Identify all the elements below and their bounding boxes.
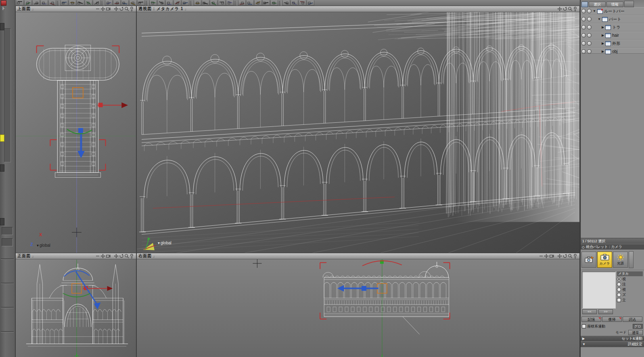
tab-info[interactable]: 情報: [606, 2, 623, 7]
toolbar-icon[interactable]: [129, 0, 137, 6]
toolbar-icon[interactable]: [202, 0, 209, 6]
visibility-toggle[interactable]: [581, 41, 586, 46]
toolbar-icon[interactable]: [238, 0, 246, 6]
camera-list[interactable]: [582, 271, 616, 309]
radio-icon[interactable]: [617, 293, 621, 297]
viewport-perspective-titlebar[interactable]: 透視図 : メタカメラ 1 」: [137, 6, 579, 12]
orbit-icon[interactable]: [562, 254, 567, 259]
camera-option-radio[interactable]: 注: [617, 282, 643, 287]
toolbar-icon[interactable]: [157, 0, 165, 6]
tree-item[interactable]: ▶ 外形: [581, 40, 644, 48]
palette-tool-partial[interactable]: [629, 251, 634, 268]
left-toolbar-slot[interactable]: [2, 238, 13, 246]
expander-icon[interactable]: ▶: [602, 50, 604, 53]
viewport-top-titlebar[interactable]: 上面図 」: [16, 6, 136, 12]
visibility-toggle[interactable]: [581, 25, 586, 29]
render-toggle[interactable]: [587, 17, 592, 21]
camera-option-radio[interactable]: 視: [617, 287, 643, 292]
toolbar-icon[interactable]: [121, 0, 129, 6]
orbit-icon[interactable]: [562, 6, 567, 12]
mode-normal-button[interactable]: 通常: [628, 330, 643, 335]
light-palette-button[interactable]: 光源: [613, 252, 628, 268]
browser-empty-area[interactable]: [581, 54, 644, 238]
render-toggle[interactable]: [587, 25, 592, 29]
toolbar-icon[interactable]: [48, 0, 56, 6]
checkbox-icon[interactable]: [617, 298, 621, 302]
section-detail-settings[interactable]: ▼ 詳細設定: [581, 341, 644, 347]
options-icon[interactable]: [129, 254, 134, 259]
expander-icon[interactable]: ▼: [598, 17, 601, 21]
zoom-icon[interactable]: [124, 254, 129, 259]
camview-icon[interactable]: [549, 254, 554, 259]
camera-tool-button[interactable]: [581, 252, 596, 268]
render-toggle[interactable]: [587, 41, 592, 46]
toolbar-icon[interactable]: [137, 0, 145, 6]
left-edge-tab-selected[interactable]: [0, 134, 4, 142]
render-toggle[interactable]: [587, 49, 592, 54]
viewport-top-canvas[interactable]: X Z ▾ global: [16, 12, 136, 253]
pan-icon[interactable]: [113, 6, 119, 12]
toolbar-icon[interactable]: [85, 0, 92, 6]
minimize-icon[interactable]: [95, 6, 100, 12]
render-toggle[interactable]: [587, 9, 592, 13]
global-button[interactable]: グロ: [633, 324, 643, 329]
visibility-toggle[interactable]: [581, 17, 586, 21]
toolbar-icon[interactable]: [113, 0, 121, 6]
memory-recall-button[interactable]: 復帰: [602, 317, 622, 322]
expander-icon[interactable]: ▶: [602, 42, 604, 45]
camview-icon[interactable]: [105, 254, 111, 259]
viewport-right-titlebar[interactable]: 右面図 」: [137, 253, 579, 259]
options-icon[interactable]: [573, 6, 578, 12]
toolbar-icon[interactable]: [262, 0, 270, 6]
toolbar-icon[interactable]: [32, 0, 40, 6]
move-icon[interactable]: [544, 254, 549, 259]
coordinate-mode-selector[interactable]: ▾ global: [158, 241, 171, 245]
camera-palette-button[interactable]: カメラ: [597, 252, 612, 268]
toolbar-icon[interactable]: [16, 0, 24, 6]
toolbar-icon[interactable]: [226, 0, 234, 6]
toolbar-icon[interactable]: [24, 0, 32, 6]
toolbar-icon[interactable]: [182, 0, 189, 6]
radio-icon[interactable]: [617, 282, 621, 286]
left-scroll-channel[interactable]: [4, 28, 11, 162]
camview-icon[interactable]: [105, 6, 111, 12]
toolbar-icon[interactable]: [40, 0, 48, 6]
toolbar-icon[interactable]: [174, 0, 181, 6]
tab-select[interactable]: 選択: [589, 2, 606, 7]
zoom-icon[interactable]: [567, 6, 573, 12]
viewport-front-titlebar[interactable]: 正面図 」: [16, 253, 136, 259]
toolbar-icon[interactable]: [210, 0, 217, 6]
options-icon[interactable]: [129, 6, 134, 12]
radio-icon[interactable]: [617, 277, 621, 281]
viewport-right-canvas[interactable]: [137, 259, 579, 357]
tree-item-part[interactable]: ▼ パート: [581, 15, 644, 23]
orbit-icon[interactable]: [119, 6, 124, 12]
viewport-perspective-canvas[interactable]: ▾ global: [137, 12, 579, 253]
pan-icon[interactable]: [557, 254, 562, 259]
minimize-icon[interactable]: [538, 254, 544, 259]
toolbar-icon[interactable]: [307, 0, 314, 6]
toolbar-icon[interactable]: [69, 0, 76, 6]
toolbar-icon[interactable]: [105, 0, 113, 6]
visibility-toggle[interactable]: [581, 49, 586, 54]
orbit-icon[interactable]: [119, 254, 124, 259]
render-toggle[interactable]: [587, 33, 592, 38]
tree-item-root-part[interactable]: ▼ ルートパー: [581, 7, 644, 15]
left-edge-tab[interactable]: [0, 23, 4, 30]
toolbar-icon[interactable]: [218, 0, 226, 6]
radio-icon[interactable]: [617, 288, 621, 292]
toolbar-icon[interactable]: [291, 0, 298, 6]
expander-icon[interactable]: ▼: [593, 9, 596, 13]
zoom-icon[interactable]: [124, 6, 129, 12]
coordinate-link-checkbox[interactable]: [582, 324, 586, 328]
pan-icon[interactable]: [113, 254, 119, 259]
toolbar-icon[interactable]: [270, 0, 278, 6]
tree-item[interactable]: ▶ hair: [581, 32, 644, 40]
toolbar-icon[interactable]: [194, 0, 201, 6]
options-icon[interactable]: [573, 254, 578, 259]
zoom-icon[interactable]: [567, 254, 573, 259]
toolbar-icon[interactable]: [149, 0, 157, 6]
next-camera-button[interactable]: >>: [598, 309, 613, 314]
prev-camera-button[interactable]: <<: [582, 309, 597, 314]
left-toolbar-red-button[interactable]: [1, 0, 6, 6]
